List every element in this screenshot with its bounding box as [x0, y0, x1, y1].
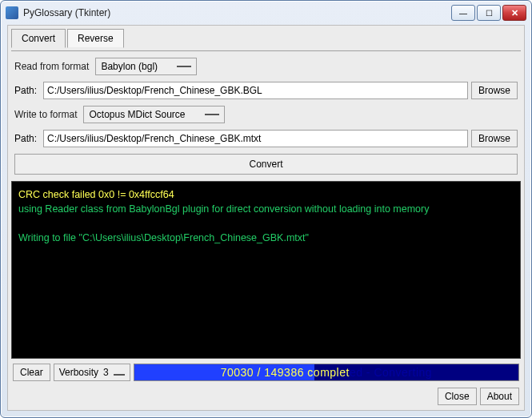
svg-rect-0 [177, 66, 191, 67]
console-output: CRC check failed 0x0 != 0x4ffccf64 using… [11, 181, 521, 359]
tab-convert[interactable]: Convert [11, 29, 66, 48]
verbosity-selector[interactable]: Verbosity 3 [54, 364, 130, 381]
minimize-button[interactable]: — [451, 5, 475, 21]
svg-rect-2 [114, 374, 125, 376]
app-icon [6, 6, 18, 19]
footer-row-2: Close About [11, 386, 521, 407]
window-title: PyGlossary (Tkinter) [23, 7, 451, 18]
progress-text: 70030 / 149386 completed - Converting [134, 364, 518, 380]
clear-button[interactable]: Clear [13, 364, 50, 381]
read-format-combo[interactable]: Babylon (bgl) [95, 58, 197, 75]
minimize-icon: — [459, 9, 467, 18]
write-format-value: Octopus MDict Source [89, 109, 185, 120]
app-window: PyGlossary (Tkinter) — ☐ ✕ Convert Rever… [0, 0, 532, 418]
titlebar: PyGlossary (Tkinter) — ☐ ✕ [1, 1, 531, 25]
tab-underline [11, 50, 521, 51]
convert-button[interactable]: Convert [14, 154, 518, 175]
read-path-input[interactable] [43, 82, 468, 99]
write-format-row: Write to format Octopus MDict Source [11, 102, 521, 127]
write-browse-button[interactable]: Browse [471, 130, 518, 147]
verbosity-value: 3 [103, 367, 109, 378]
read-format-label: Read from format [14, 61, 89, 72]
write-format-combo[interactable]: Octopus MDict Source [83, 106, 224, 123]
footer-row-1: Clear Verbosity 3 70030 / 149386 complet… [11, 362, 521, 383]
verbosity-label: Verbosity [59, 367, 98, 378]
chevron-down-icon [177, 63, 191, 70]
progress-text-left: 70030 / 149386 complet [221, 366, 350, 379]
close-button[interactable]: Close [438, 388, 477, 405]
progress-bar: 70030 / 149386 completed - Converting [134, 364, 519, 381]
read-path-label: Path: [14, 85, 40, 96]
window-controls: — ☐ ✕ [451, 5, 526, 21]
chevron-down-icon [114, 369, 125, 376]
console-line: using Reader class from BabylonBgl plugi… [18, 203, 429, 215]
write-format-label: Write to format [14, 109, 77, 120]
svg-rect-1 [205, 114, 219, 115]
maximize-icon: ☐ [486, 9, 493, 18]
progress-text-right: ed - Converting [350, 366, 432, 379]
console-line: Writing to file "C:\Users\ilius\Desktop\… [18, 232, 309, 243]
maximize-button[interactable]: ☐ [477, 5, 501, 21]
read-format-row: Read from format Babylon (bgl) [11, 54, 521, 78]
chevron-down-icon [205, 111, 219, 118]
write-path-input[interactable] [43, 130, 468, 147]
close-window-button[interactable]: ✕ [502, 5, 526, 21]
write-path-row: Path: Browse [11, 130, 521, 147]
read-browse-button[interactable]: Browse [471, 82, 518, 99]
write-path-label: Path: [14, 133, 40, 144]
close-icon: ✕ [511, 8, 518, 18]
read-path-row: Path: Browse [11, 82, 521, 99]
read-format-value: Babylon (bgl) [101, 61, 158, 72]
console-line: CRC check failed 0x0 != 0x4ffccf64 [18, 189, 174, 200]
client-area: Convert Reverse Read from format Babylon… [7, 25, 525, 411]
tab-reverse[interactable]: Reverse [67, 29, 124, 48]
about-button[interactable]: About [480, 388, 519, 405]
tab-bar: Convert Reverse [11, 29, 521, 48]
